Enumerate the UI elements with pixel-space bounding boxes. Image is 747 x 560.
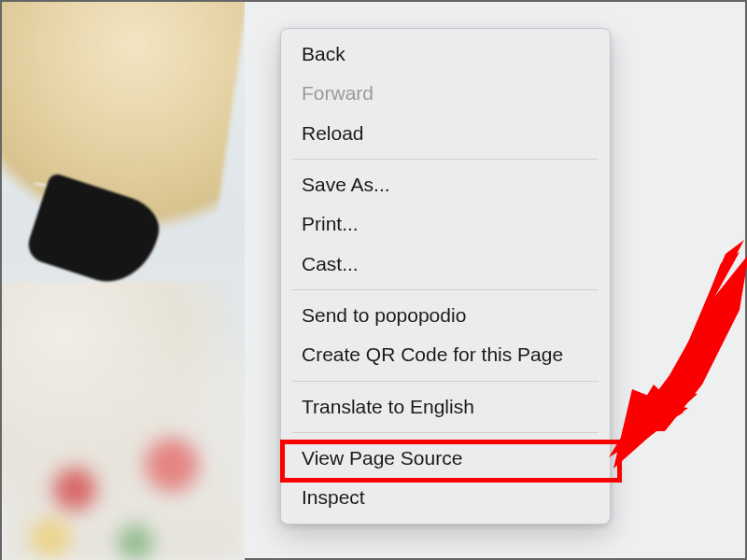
menu-item-save-as[interactable]: Save As... <box>281 165 610 204</box>
menu-item-reload[interactable]: Reload <box>281 114 610 153</box>
menu-item-cast[interactable]: Cast... <box>281 245 610 284</box>
menu-item-view-source[interactable]: View Page Source <box>281 439 610 478</box>
menu-item-translate[interactable]: Translate to English <box>281 387 610 427</box>
menu-separator <box>292 159 599 160</box>
menu-item-print[interactable]: Print... <box>281 204 610 244</box>
menu-item-back[interactable]: Back <box>281 35 610 74</box>
menu-item-qr-code[interactable]: Create QR Code for this Page <box>281 335 610 374</box>
menu-separator <box>292 289 599 290</box>
menu-item-forward: Forward <box>281 74 610 113</box>
menu-separator <box>292 381 599 382</box>
screenshot-frame: Back Forward Reload Save As... Print... … <box>0 0 747 560</box>
menu-item-inspect[interactable]: Inspect <box>281 478 610 517</box>
context-menu: Back Forward Reload Save As... Print... … <box>280 28 611 525</box>
menu-separator <box>292 432 599 433</box>
menu-item-send-to[interactable]: Send to popopodio <box>281 296 610 335</box>
background-photo <box>2 2 245 560</box>
